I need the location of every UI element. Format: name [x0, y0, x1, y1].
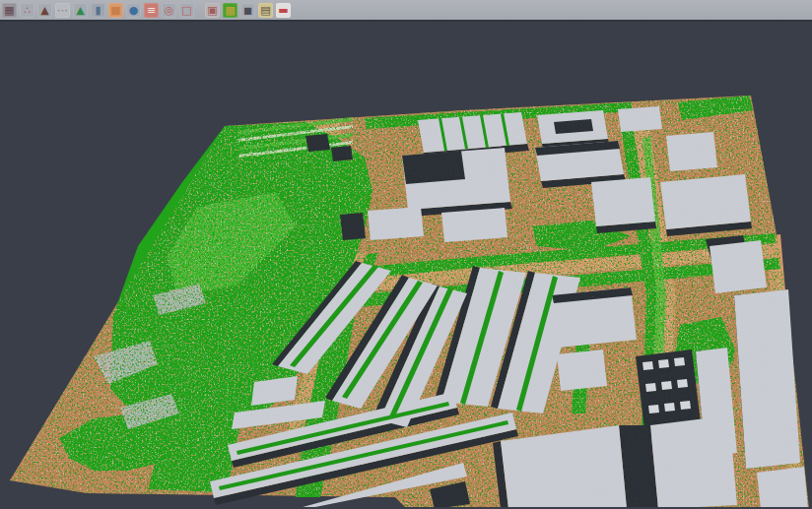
- layer-list-icon[interactable]: ≡: [144, 3, 159, 18]
- point-cloud-icon[interactable]: ⋯: [55, 3, 70, 18]
- grain-group: [0, 22, 812, 507]
- toolbar-icons: ▦∴▲⋯▲▮■●≡◎□▣▩◼▤▬: [2, 3, 294, 18]
- mesh-model-icon[interactable]: ◼: [240, 3, 255, 18]
- ground-class-icon[interactable]: ■: [108, 3, 123, 18]
- globe-view-icon[interactable]: ●: [126, 3, 141, 18]
- texture-map-icon[interactable]: ▤: [258, 3, 273, 18]
- scene-svg: [0, 22, 812, 507]
- classification-colors-icon[interactable]: ▩: [223, 3, 237, 18]
- export-data-icon[interactable]: ▬: [276, 3, 291, 18]
- viewport-3d[interactable]: [0, 22, 812, 507]
- align-clouds-icon[interactable]: ∴: [20, 3, 34, 18]
- profile-tool-icon[interactable]: ▮: [91, 3, 105, 18]
- zoom-extents-icon[interactable]: □: [179, 3, 194, 18]
- focus-center-icon[interactable]: ◎: [162, 3, 176, 18]
- vegetation-class-icon[interactable]: ▲: [73, 3, 88, 18]
- grain-noise: [0, 22, 812, 507]
- toolbar: ▦∴▲⋯▲▮■●≡◎□▣▩◼▤▬: [0, 0, 812, 22]
- crop-box-icon[interactable]: ▣: [205, 3, 220, 18]
- terrain-model-icon[interactable]: ▲: [37, 3, 52, 18]
- open-project-icon[interactable]: ▦: [2, 3, 17, 18]
